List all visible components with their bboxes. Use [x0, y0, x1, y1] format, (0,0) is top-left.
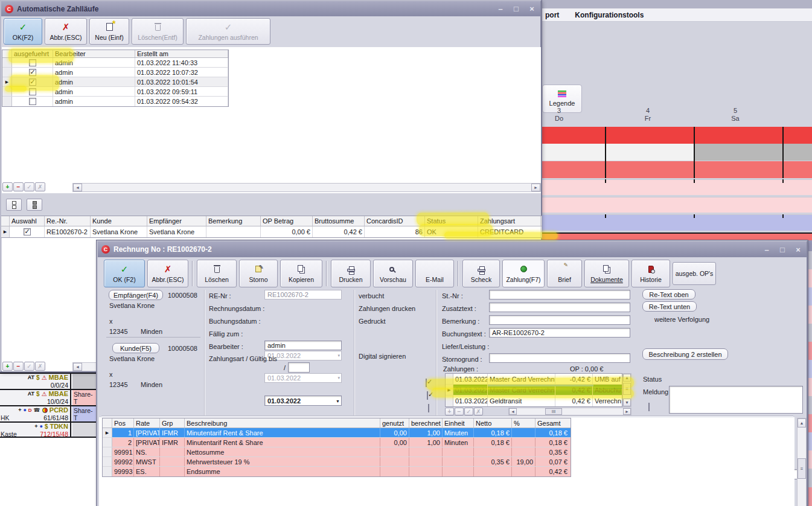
- payment-run-row[interactable]: admin 01.03.2022 10:07:32: [2, 68, 228, 77]
- executed-checkbox[interactable]: [29, 88, 36, 95]
- minimize-button[interactable]: –: [496, 4, 505, 13]
- payment-row[interactable]: ▶ RE1002670-2 Svetlana Krone Svetlana Kr…: [1, 226, 542, 237]
- bemerkung-field[interactable]: [489, 315, 630, 325]
- executed-checkbox[interactable]: [29, 78, 36, 86]
- executed-checkbox[interactable]: [29, 59, 36, 66]
- calendar-row-4[interactable]: [542, 179, 812, 195]
- weitere-verfolgung-checkbox[interactable]: [648, 403, 650, 411]
- scheck-button[interactable]: Scheck: [462, 260, 500, 287]
- position-row[interactable]: 99992 MWST Mehrwertsteuer 19 % 0,35 € 19…: [103, 457, 571, 467]
- col-erstellt-am[interactable]: Erstellt am: [135, 50, 228, 57]
- add-row-button[interactable]: +: [2, 362, 13, 371]
- execute-payments-button[interactable]: ✓ Zahlungen ausführen: [186, 18, 270, 45]
- ok-button[interactable]: ✓OK (F2): [104, 260, 145, 287]
- re-nr-field[interactable]: RE1002670-2: [264, 290, 342, 299]
- scrollbar-thumb[interactable]: III: [545, 408, 562, 415]
- historie-button[interactable]: Historie: [631, 260, 670, 287]
- cancel-row-button[interactable]: ✗: [35, 362, 45, 371]
- meldung-textarea[interactable]: [669, 386, 803, 414]
- dokumente-button[interactable]: Dokumente: [584, 260, 629, 287]
- col-rate[interactable]: Rate: [134, 418, 160, 428]
- empfaenger-button[interactable]: Empfänger(F4): [109, 290, 163, 300]
- maximize-button[interactable]: □: [778, 245, 787, 254]
- ok-button[interactable]: ✓ OK(F2): [4, 18, 42, 45]
- payment-run-row[interactable]: admin 01.03.2022 11:40:33: [2, 58, 228, 68]
- grid1-hscrollbar[interactable]: ◄ ►: [72, 183, 541, 192]
- confirm-row-button[interactable]: ✓: [24, 182, 34, 191]
- col-concardisid[interactable]: ConcardisID: [365, 216, 425, 226]
- storno-button[interactable]: Storno: [239, 260, 278, 287]
- vehicle-row[interactable]: + ● D ☎ PCRD HK 61/61/48 Share-T: [0, 405, 97, 421]
- cancel-row-button[interactable]: ✗: [35, 182, 45, 191]
- zusatztext-field[interactable]: [489, 303, 630, 312]
- col-grp[interactable]: Grp: [160, 418, 185, 428]
- menu-item-konfigurationstools[interactable]: Konfigurationstools: [575, 11, 644, 19]
- col-op-betrag[interactable]: OP Betrag: [261, 216, 313, 226]
- stornogrund-field[interactable]: [489, 353, 630, 363]
- zahllaeufe-titlebar[interactable]: C Automatische Zahlläufe – □ ×: [1, 1, 540, 16]
- col-bemerkung[interactable]: Bemerkung: [206, 216, 261, 226]
- minimize-button[interactable]: –: [762, 245, 772, 254]
- scroll-right-icon[interactable]: ►: [623, 408, 631, 415]
- delete-button[interactable]: Löschen: [197, 260, 237, 287]
- col-genutzt[interactable]: genutzt: [380, 418, 409, 428]
- buchungstext-field[interactable]: AR-RE1002670-2: [489, 328, 630, 338]
- zahlung-row-selected[interactable]: ▶ 01.03.2022 Master Card Verrechni 0,42 …: [446, 385, 622, 396]
- beschreibung2-button[interactable]: Beschreibung 2 erstellen: [642, 348, 728, 360]
- position-row[interactable]: 2 [PRIVAT] IFMR Minutentarif Rent & Shar…: [103, 438, 571, 447]
- st-nr-field[interactable]: [489, 290, 630, 299]
- executed-checkbox[interactable]: [29, 98, 36, 105]
- print-button[interactable]: Drucken: [331, 260, 371, 287]
- position-row[interactable]: 99993 ES. Endsumme 0,42 €: [103, 467, 571, 476]
- position-row[interactable]: 99991 NS. Nettosumme 0,35 €: [103, 447, 571, 457]
- maximize-button[interactable]: □: [511, 4, 521, 13]
- payment-run-row-current[interactable]: ▶ admin 01.03.2022 10:01:54: [2, 77, 228, 87]
- kunde-button[interactable]: Kunde(F5): [112, 343, 159, 353]
- buchungsdatum-field[interactable]: 01.03.2022▾: [264, 373, 342, 383]
- calendar-row-1[interactable]: [542, 127, 812, 144]
- scroll-up-icon[interactable]: ▲: [623, 374, 631, 382]
- calendar-row-3[interactable]: [542, 161, 812, 178]
- delete-button[interactable]: Löschen(Entf): [132, 18, 184, 45]
- calendar-row-6[interactable]: [542, 214, 812, 231]
- calendar-row-7[interactable]: [542, 232, 812, 241]
- menu-item-port[interactable]: port: [545, 11, 559, 19]
- ausgeb-ops-button[interactable]: ausgeb. OP's: [673, 262, 716, 285]
- scrollbar-thumb[interactable]: ≡: [798, 458, 806, 479]
- zahlungen-hscrollbar[interactable]: ◄ III ►: [508, 408, 631, 415]
- preview-button[interactable]: Vorschau: [373, 260, 413, 287]
- calendar-row-2-left[interactable]: [542, 144, 694, 161]
- remove-row-button[interactable]: −: [13, 182, 24, 191]
- cancel-button[interactable]: ✗Abbr.(ESC): [147, 260, 188, 287]
- col-zahlungsart[interactable]: Zahlungsart: [478, 216, 541, 226]
- scrollbar-thumb[interactable]: ≡: [623, 383, 631, 395]
- confirm-row-button[interactable]: ✓: [24, 362, 34, 371]
- zahlung-button[interactable]: Zahlung(F7): [502, 260, 545, 287]
- calendar-row-2-right[interactable]: [694, 144, 812, 161]
- col-re-nr[interactable]: Re.-Nr.: [45, 216, 91, 226]
- gedruckt-checkbox[interactable]: [428, 404, 429, 412]
- rechnung-titlebar[interactable]: C Rechnung No : RE1002670-2 – □ ×: [98, 242, 807, 257]
- cancel-button[interactable]: ✗ Abbr.(ESC): [45, 18, 87, 45]
- copy-button[interactable]: Kopieren: [280, 260, 322, 287]
- cancel-row-button[interactable]: ✗: [474, 408, 483, 415]
- remove-row-button[interactable]: −: [13, 362, 24, 371]
- add-row-button[interactable]: +: [445, 408, 454, 415]
- scroll-down-icon[interactable]: ▼: [623, 399, 631, 406]
- col-auswahl[interactable]: Auswahl: [10, 216, 45, 226]
- col-pos[interactable]: Pos: [112, 418, 134, 428]
- faellig-field[interactable]: 01.03.2022▼: [264, 396, 342, 406]
- zahlung-row[interactable]: 01.03.2022 Master Card Verrechni -0,42 €…: [446, 374, 622, 385]
- col-prozent[interactable]: %: [512, 418, 535, 428]
- col-empfaenger[interactable]: Empfänger: [147, 216, 206, 226]
- vehicle-row[interactable]: AT $ ⚠ MBAE 0/0/24: [0, 373, 97, 389]
- calendar-row-5[interactable]: [542, 197, 812, 213]
- executed-checkbox[interactable]: [29, 69, 36, 76]
- scroll-left-icon[interactable]: ◄: [73, 184, 82, 191]
- col-bearbeiter[interactable]: Bearbeiter: [53, 50, 135, 57]
- new-button[interactable]: Neu (Einf): [89, 18, 129, 45]
- gueltig-bis-field[interactable]: [288, 362, 310, 373]
- brief-button[interactable]: Brief: [547, 260, 582, 287]
- close-button[interactable]: ×: [793, 245, 803, 254]
- col-gesamt[interactable]: Gesamt: [535, 418, 569, 428]
